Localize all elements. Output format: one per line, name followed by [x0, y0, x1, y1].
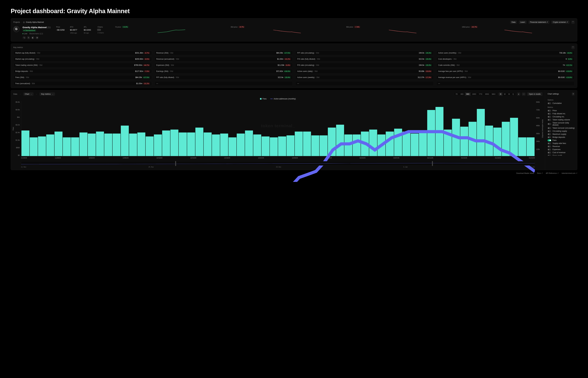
api-reference-link[interactable]: API Reference ↗	[546, 172, 559, 174]
bar[interactable]	[527, 137, 535, 156]
toggle-fully-diluted-mc-[interactable]: Fully diluted mc.	[547, 112, 575, 115]
metric-row[interactable]: ---	[436, 81, 575, 86]
metric-row[interactable]: P/S ratio (circulating)/30d194.9x-28.3%	[295, 63, 434, 68]
toggle-circulating-mc-[interactable]: Circulating mc.	[547, 115, 575, 118]
bar[interactable]	[485, 126, 493, 156]
metric-row[interactable]: Fees (annualized)/30d$1.03m-31.2%	[13, 81, 152, 86]
bar[interactable]	[328, 128, 336, 156]
metric-row[interactable]: Market cap (circulating)/30d$200.00m-8.5…	[13, 57, 152, 61]
sparkline-30d-price[interactable]: 30d price -8.7%	[231, 26, 344, 35]
bar[interactable]	[510, 118, 518, 156]
bar[interactable]	[212, 135, 220, 156]
bar[interactable]	[427, 110, 435, 156]
seg-W[interactable]: W	[502, 93, 507, 96]
toggle-maximum-supply[interactable]: Maximum supply	[547, 133, 575, 136]
bar[interactable]	[162, 131, 170, 156]
chart-metric-dropdown[interactable]: Key metrics ⌄	[40, 92, 55, 96]
toggle-token-turnover-fully-diluted-[interactable]: Token turnover (fully diluted)	[547, 121, 575, 126]
bar[interactable]	[270, 137, 278, 156]
metric-row[interactable]: P/F ratio (circulating)/30d194.9x-28.3%	[295, 51, 434, 55]
bar[interactable]	[63, 137, 71, 156]
sparkline-90d-price[interactable]: 90d price -7.4%	[346, 26, 459, 35]
toggle-cost-of-revenue[interactable]: Cost of revenue	[547, 151, 575, 154]
granularity-selector[interactable]: DWMQ	[499, 92, 516, 96]
bar[interactable]	[113, 134, 120, 156]
bar[interactable]	[444, 130, 452, 156]
range-selector[interactable]: 7D30D90D180DYTD365DMAX	[454, 92, 497, 96]
metric-row[interactable]: Token trading volume (30d)/30d$790.63m-4…	[13, 63, 152, 68]
seg-180D[interactable]: 180D	[471, 93, 477, 96]
bar[interactable]	[469, 122, 476, 156]
bar[interactable]	[287, 135, 294, 156]
seg-90D[interactable]: 90D	[465, 93, 471, 96]
bar[interactable]	[121, 126, 129, 156]
brush-handle-right[interactable]	[432, 161, 433, 166]
learn-tab[interactable]: Learn	[519, 21, 527, 24]
seg-7D[interactable]: 7D	[454, 93, 459, 96]
seg-YTD[interactable]: YTD	[477, 93, 484, 96]
bar[interactable]	[55, 132, 62, 156]
download-master-link[interactable]: Download Master sheet	[516, 172, 534, 174]
toggle-circulating-supply[interactable]: Circulating supply	[547, 130, 575, 133]
metric-row[interactable]: Expenses (30d)/30d$11.53k-8.4%	[154, 63, 293, 68]
bar[interactable]	[502, 122, 510, 156]
bar[interactable]	[518, 137, 526, 156]
bar[interactable]	[320, 135, 328, 156]
metric-row[interactable]: Fees (30d)/30d$84.35k+27.5%	[13, 75, 152, 80]
bar[interactable]	[179, 133, 187, 156]
bar[interactable]	[493, 128, 501, 156]
chart-area[interactable]: Fees $5.6k$4.8k$4k$3.2k$2.4k$1.6k$800$0 …	[13, 101, 543, 156]
bar[interactable]	[237, 134, 245, 156]
bar[interactable]	[88, 134, 96, 156]
bar[interactable]	[195, 128, 203, 156]
toggle-token-trading-volume[interactable]: Token trading volume	[547, 118, 575, 121]
seg-D[interactable]: D	[499, 93, 503, 96]
chart-breadcrumb-data[interactable]: Data	[13, 93, 17, 95]
bar[interactable]	[377, 135, 386, 156]
seg-M[interactable]: M	[507, 93, 511, 96]
bar[interactable]	[295, 132, 303, 156]
metric-row[interactable]: ---	[154, 81, 293, 86]
open-in-studio-button[interactable]: Open in studio	[527, 92, 543, 96]
bar[interactable]	[361, 132, 369, 156]
bar[interactable]	[477, 109, 485, 156]
toggle-gross-profit[interactable]: Gross profit	[547, 154, 575, 156]
close-settings-icon[interactable]: ×	[572, 92, 575, 96]
metric-row[interactable]: Revenue (30d)/30d$84.35k+27.5%	[154, 51, 293, 55]
bar[interactable]	[253, 135, 261, 156]
breadcrumb-root[interactable]: Projects	[13, 21, 20, 23]
toggle-token-turnover-circulating-[interactable]: Token turnover (circulating)	[547, 126, 575, 130]
bar[interactable]	[452, 119, 460, 156]
toggle-bridge-deposits[interactable]: Bridge deposits	[547, 136, 575, 139]
bar[interactable]	[353, 135, 361, 156]
brush-selector[interactable]	[21, 161, 535, 165]
bar[interactable]	[220, 134, 228, 156]
metric-row[interactable]: P/F ratio (fully diluted)/30d322.9x-28.4…	[154, 75, 293, 80]
bar[interactable]	[460, 127, 468, 156]
bar[interactable]	[419, 131, 427, 156]
toggle-revenue[interactable]: Revenue	[547, 145, 575, 148]
bar[interactable]	[336, 125, 344, 156]
bar[interactable]	[411, 134, 419, 156]
bar[interactable]	[187, 133, 195, 156]
metric-row[interactable]: P/S ratio (fully diluted)/30d322.9x-28.4…	[295, 57, 434, 61]
bar[interactable]	[229, 137, 236, 156]
bar[interactable]	[344, 135, 352, 156]
bar[interactable]	[386, 132, 394, 156]
bar[interactable]	[369, 130, 377, 156]
collapse-icon[interactable]: ⌃	[571, 21, 575, 24]
sparkline-180d-price[interactable]: 180d price -42.7%	[462, 26, 575, 35]
toggle-cumulative[interactable]: Cumulative	[547, 102, 575, 105]
toggle-price[interactable]: Price	[547, 109, 575, 112]
data-tab[interactable]: Data	[510, 21, 517, 24]
metric-row[interactable]: Market cap (fully diluted)/30d$331.36m-8…	[13, 51, 152, 55]
bar[interactable]	[171, 130, 178, 156]
seg-MAX[interactable]: MAX	[490, 93, 497, 96]
bar[interactable]	[402, 132, 410, 156]
discord-icon[interactable]: ◐	[31, 36, 34, 39]
bar[interactable]	[129, 134, 137, 156]
bar[interactable]	[261, 136, 270, 156]
sparkline-7d-price[interactable]: 7d price +4.3%	[115, 26, 228, 35]
toggle-fees[interactable]: Fees	[547, 139, 575, 142]
bar[interactable]	[146, 136, 154, 156]
